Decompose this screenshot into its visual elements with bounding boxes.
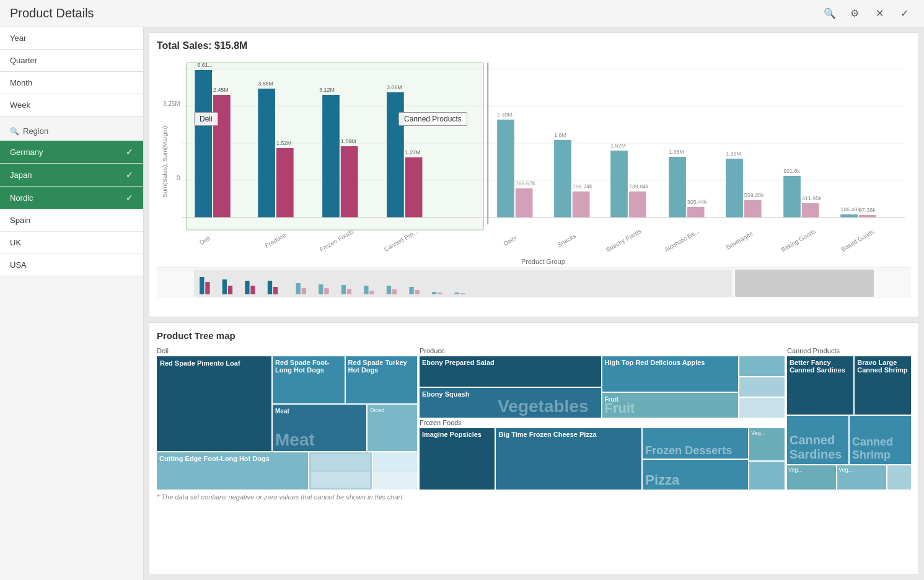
region-item-nordic[interactable]: Nordic ✓ [0,187,143,209]
svg-rect-67 [438,292,442,294]
svg-rect-62 [387,286,391,294]
treemap-canned-section: Canned Products Better Fancy Canned Sard… [787,347,911,490]
scrollbar-area[interactable] [157,267,911,298]
region-item-spain[interactable]: Spain [0,209,143,232]
bar-beverages-sales[interactable] [726,159,743,218]
svg-text:2.45M: 2.45M [213,87,229,93]
svg-rect-47 [205,282,209,294]
treemap-deli-section: Deli Red Spade Pimento Loaf Red Spade Fo… [157,347,417,490]
tm-cell-pizza-sub[interactable]: Pizza [643,460,748,490]
svg-text:Alcoholic Be...: Alcoholic Be... [663,227,700,253]
svg-text:1.59M: 1.59M [341,138,356,144]
tm-cell-meat[interactable]: Meat Meat [273,405,366,452]
tm-cell-high-top-apples[interactable]: High Top Red Delicious Apples [602,356,738,392]
svg-text:1.36M: 1.36M [669,149,684,155]
bar-canned-sales[interactable] [387,92,404,218]
bar-baking-margin[interactable] [802,203,819,218]
tm-produce-small [739,356,785,418]
bar-frozen-sales[interactable] [322,95,340,218]
svg-rect-63 [392,289,397,294]
tm-cell-cutting-edge[interactable]: Cutting Edge Foot-Long Hot Dogs [157,452,308,490]
tm-cell-imagine-popsicles[interactable]: Imagine Popsicles [420,428,495,490]
region-item-usa[interactable]: USA [0,254,143,276]
tm-cell-frozen-pizza[interactable]: Big Time Frozen Cheese Pizza [496,428,641,490]
bar-baked-sales[interactable] [840,214,858,218]
svg-text:Frozen Foods: Frozen Foods [319,228,354,253]
tm-cell-bravo-shrimp[interactable]: Bravo Large Canned Shrimp [855,356,911,415]
tm-cell-red-spade-pimento[interactable]: Red Spade Pimento Loaf [157,356,271,451]
tm-cell-ebony-salad[interactable]: Ebony Prepared Salad [420,356,601,387]
tm-cell-red-spade-hot-dogs[interactable]: Red Spade Foot-Long Hot Dogs [273,356,345,403]
svg-rect-69 [460,293,465,294]
bar-beverages-margin[interactable] [744,200,762,218]
svg-text:0: 0 [177,175,180,182]
bar-produce-margin[interactable] [276,148,294,218]
bar-alcoholic-margin[interactable] [687,207,705,218]
bar-canned-margin[interactable] [405,157,423,218]
tm-canned-small: Veg... Veg... [787,465,911,490]
bar-deli-sales[interactable] [195,70,212,218]
tm-frozen-small: Veg... [749,428,785,490]
region-name: Germany [10,147,43,157]
page-title: Product Details [10,6,94,20]
filter-year[interactable]: Year [0,27,143,50]
bar-frozen-margin[interactable] [341,146,358,218]
svg-text:Deli: Deli [198,235,211,246]
svg-rect-61 [369,291,374,294]
search-button[interactable]: 🔍 [820,4,840,24]
bar-snacks-sales[interactable] [554,140,571,218]
tm-cell-ebony-squash[interactable]: Ebony Squash Vegetables [420,388,601,418]
svg-text:Dairy: Dairy [502,234,517,247]
tm-cell-better-fancy-sardines[interactable]: Better Fancy Canned Sardines [787,356,853,415]
svg-text:1.8M: 1.8M [554,132,566,138]
tm-cell-small-deli [309,452,372,490]
bar-alcoholic-sales[interactable] [669,157,686,218]
svg-rect-50 [245,281,249,294]
tm-cell-canned-sardines-sub[interactable]: Canned Sardines [787,416,848,464]
bar-dairy-margin[interactable] [516,188,533,218]
treemap-deli-label: Deli [157,347,417,354]
tm-cell-fruit[interactable]: Fruit Fruit [602,393,738,418]
svg-text:2.39M: 2.39M [497,112,513,118]
svg-rect-68 [455,292,459,294]
tm-cell-red-spade-turkey[interactable]: Red Spade Turkey Hot Dogs [346,356,418,403]
tm-cell-frozen-desserts[interactable]: Frozen Desserts [643,428,748,459]
svg-rect-55 [302,288,306,294]
filter-week[interactable]: Week [0,94,143,116]
filter-quarter[interactable]: Quarter [0,50,143,72]
close-button[interactable]: ✕ [869,4,889,24]
svg-text:97.38k: 97.38k [859,207,876,213]
bar-dairy-sales[interactable] [497,120,514,218]
filter-month[interactable]: Month [0,72,143,94]
region-item-germany[interactable]: Germany ✓ [0,141,143,164]
svg-rect-58 [341,285,346,294]
tm-cell-diced[interactable]: Diced [367,405,417,452]
svg-text:1.27M: 1.27M [405,149,421,156]
treemap-panel: Product Tree map Deli Red Spade Pimento … [149,322,919,575]
svg-text:305.44k: 305.44k [687,199,707,205]
region-header: 🔍 Region [0,121,143,141]
tm-cell-tiny-deli [373,452,417,490]
region-item-uk[interactable]: UK [0,232,143,254]
content-area: Total Sales: $15.8M Sum(Sales), Sum(Marg… [144,27,924,580]
svg-text:Baked Goods: Baked Goods [840,228,875,253]
svg-rect-53 [273,287,278,294]
bar-baking-sales[interactable] [783,176,801,218]
svg-text:1.52M: 1.52M [610,143,626,149]
tm-cell-canned-shrimp-sub[interactable]: Canned Shrimp [850,416,911,464]
region-label: Region [23,126,48,136]
svg-text:Product Group: Product Group [521,258,565,265]
bar-starchy-margin[interactable] [629,191,646,218]
bar-snacks-margin[interactable] [573,191,590,218]
bar-baked-margin[interactable] [859,215,876,218]
check-icon: ✓ [126,193,133,203]
bar-starchy-sales[interactable] [610,151,628,218]
region-section: 🔍 Region Germany ✓ Japan ✓ Nordic ✓ Spai… [0,121,143,580]
check-button[interactable]: ✓ [894,4,914,24]
region-name: Spain [10,216,30,225]
region-item-japan[interactable]: Japan ✓ [0,164,143,187]
settings-button[interactable]: ⚙ [845,4,865,24]
bar-produce-sales[interactable] [258,89,275,218]
chart-panel: Total Sales: $15.8M Sum(Sales), Sum(Marg… [149,32,919,317]
svg-text:Starchy Foods: Starchy Foods [605,227,643,253]
